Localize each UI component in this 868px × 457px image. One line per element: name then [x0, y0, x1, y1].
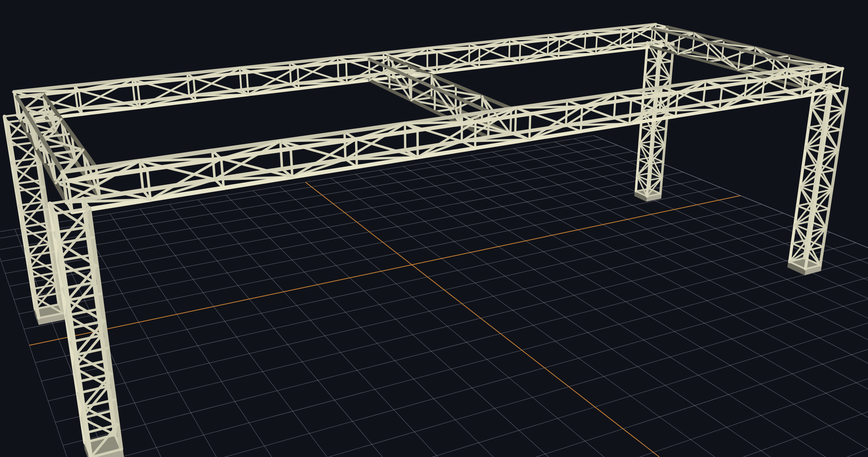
scene-canvas	[0, 0, 868, 457]
3d-viewport[interactable]	[0, 0, 868, 457]
